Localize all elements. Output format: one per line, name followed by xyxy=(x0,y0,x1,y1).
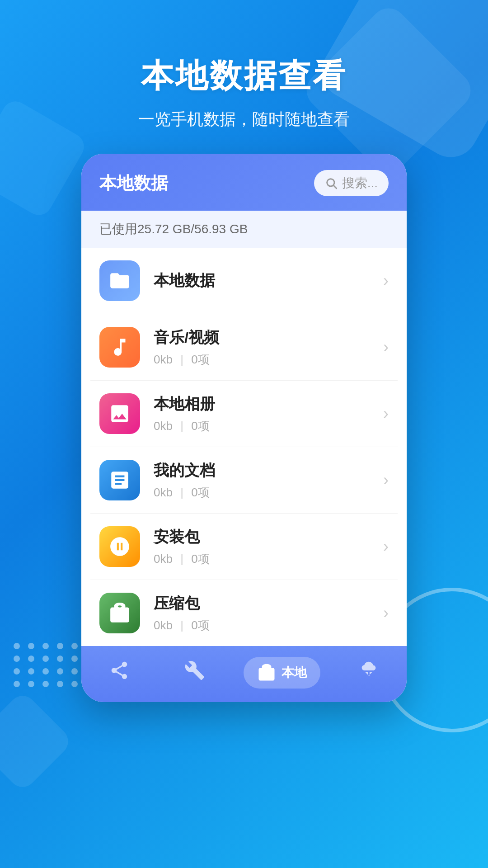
app-title: 本地数据 xyxy=(99,172,168,195)
chevron-right-icon: › xyxy=(383,404,389,423)
list-item[interactable]: 我的文档 0kb | 0项 › xyxy=(90,447,398,514)
bottom-navigation: 本地 xyxy=(81,646,407,702)
nav-item-share[interactable] xyxy=(92,660,146,686)
file-size: 0kb xyxy=(154,353,173,366)
file-count: 0项 xyxy=(191,618,209,632)
list-item[interactable]: 音乐/视频 0kb | 0项 › xyxy=(90,314,398,381)
file-size: 0kb xyxy=(154,618,173,632)
file-size: 0kb xyxy=(154,419,173,433)
list-item[interactable]: 安装包 0kb | 0项 › xyxy=(90,514,398,580)
file-meta: 0kb | 0项 xyxy=(154,352,379,368)
chevron-right-icon: › xyxy=(383,471,389,490)
file-count: 0项 xyxy=(191,353,209,366)
storage-info-bar: 已使用25.72 GB/56.93 GB xyxy=(81,211,407,248)
hero-sub-title: 一览手机数据，随时随地查看 xyxy=(0,108,488,131)
nav-item-cloud[interactable] xyxy=(342,660,396,686)
folder-icon xyxy=(99,260,140,301)
file-count: 0项 xyxy=(191,486,209,499)
file-meta: 0kb | 0项 xyxy=(154,618,379,633)
hero-main-title: 本地数据查看 xyxy=(0,54,488,98)
file-name: 我的文档 xyxy=(154,460,379,481)
chevron-right-icon: › xyxy=(383,537,389,556)
file-size: 0kb xyxy=(154,486,173,499)
nav-local-label: 本地 xyxy=(282,664,307,681)
cloud-icon xyxy=(358,660,379,686)
file-meta: 0kb | 0项 xyxy=(154,485,379,500)
file-name: 安装包 xyxy=(154,527,379,547)
search-icon xyxy=(325,177,338,189)
chevron-right-icon: › xyxy=(383,338,389,357)
file-info: 压缩包 0kb | 0项 xyxy=(154,593,379,633)
bg-dots-pattern xyxy=(14,643,80,687)
local-icon xyxy=(257,663,276,682)
file-list: 本地数据 › 音乐/视频 0kb | 0项 › xyxy=(81,248,407,646)
file-info: 本地数据 xyxy=(154,270,379,291)
file-name: 音乐/视频 xyxy=(154,327,379,348)
file-info: 音乐/视频 0kb | 0项 xyxy=(154,327,379,368)
file-name: 本地数据 xyxy=(154,270,379,291)
search-placeholder-text: 搜索... xyxy=(342,175,378,192)
nav-item-tools[interactable] xyxy=(168,660,222,686)
file-meta: 0kb | 0项 xyxy=(154,418,379,434)
chevron-right-icon: › xyxy=(383,271,389,290)
chevron-right-icon: › xyxy=(383,604,389,623)
file-name: 本地相册 xyxy=(154,394,379,415)
file-info: 我的文档 0kb | 0项 xyxy=(154,460,379,500)
hero-section: 本地数据查看 一览手机数据，随时随地查看 xyxy=(0,0,488,131)
list-item[interactable]: 本地数据 › xyxy=(90,248,398,314)
app-header: 本地数据 搜索... xyxy=(81,154,407,211)
photo-icon xyxy=(99,393,140,434)
file-info: 安装包 0kb | 0项 xyxy=(154,527,379,567)
file-count: 0项 xyxy=(191,552,209,566)
nav-item-local[interactable]: 本地 xyxy=(244,657,320,689)
file-size: 0kb xyxy=(154,552,173,566)
file-meta: 0kb | 0项 xyxy=(154,551,379,567)
file-info: 本地相册 0kb | 0项 xyxy=(154,394,379,434)
bg-decoration-5 xyxy=(0,690,74,793)
search-button[interactable]: 搜索... xyxy=(314,170,389,196)
tools-icon xyxy=(184,660,205,686)
phone-mockup: 本地数据 搜索... 已使用25.72 GB/56.93 GB 本地数据 › xyxy=(81,154,407,702)
storage-info-text: 已使用25.72 GB/56.93 GB xyxy=(99,222,248,236)
file-count: 0项 xyxy=(191,419,209,433)
share-icon xyxy=(109,660,130,686)
nav-active-wrapper: 本地 xyxy=(244,657,320,689)
archive-icon xyxy=(99,593,140,633)
list-item[interactable]: 本地相册 0kb | 0项 › xyxy=(90,381,398,447)
package-icon xyxy=(99,526,140,567)
document-icon xyxy=(99,460,140,500)
svg-line-1 xyxy=(333,185,336,188)
music-icon xyxy=(99,327,140,368)
file-name: 压缩包 xyxy=(154,593,379,614)
list-item[interactable]: 压缩包 0kb | 0项 › xyxy=(90,580,398,646)
